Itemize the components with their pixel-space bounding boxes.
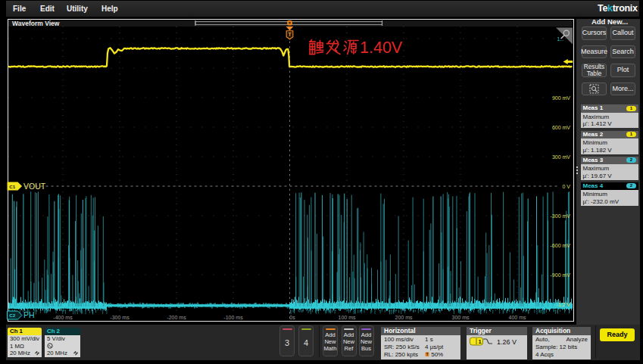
- svg-text:200 ms: 200 ms: [395, 315, 413, 320]
- svg-text:-300 mV: -300 mV: [551, 213, 571, 219]
- svg-text:0 V: 0 V: [562, 184, 570, 189]
- svg-text:-100 ms: -100 ms: [223, 315, 243, 320]
- svg-text:-900 mV: -900 mV: [551, 272, 571, 278]
- svg-text:-600 mV: -600 mV: [551, 243, 571, 248]
- svg-text:-200 ms: -200 ms: [167, 315, 186, 320]
- svg-text:300 mV: 300 mV: [552, 154, 570, 160]
- svg-text:1: 1: [479, 338, 482, 345]
- svg-text:1.26 V: 1.26 V: [497, 338, 517, 345]
- svg-text:100 ms: 100 ms: [339, 315, 356, 320]
- svg-text:C2: C2: [9, 313, 15, 318]
- svg-text:600 mV: 600 mV: [552, 125, 570, 130]
- svg-text:300 ms: 300 ms: [452, 315, 470, 320]
- svg-text:-300 ms: -300 ms: [110, 315, 130, 320]
- svg-text:0s: 0s: [289, 315, 295, 320]
- svg-text:900 mV: 900 mV: [552, 95, 570, 101]
- svg-text:1...: 1...: [557, 36, 564, 42]
- svg-text:PH: PH: [23, 310, 35, 319]
- svg-text:-400 ms: -400 ms: [53, 315, 73, 320]
- svg-text:1.40V: 1.40V: [360, 39, 403, 57]
- svg-text:T: T: [426, 352, 428, 356]
- svg-text:VOUT: VOUT: [23, 182, 46, 191]
- svg-text:-1.2 V: -1.2 V: [556, 302, 570, 307]
- svg-text:C1: C1: [9, 184, 15, 189]
- svg-text:400 ms: 400 ms: [509, 315, 526, 320]
